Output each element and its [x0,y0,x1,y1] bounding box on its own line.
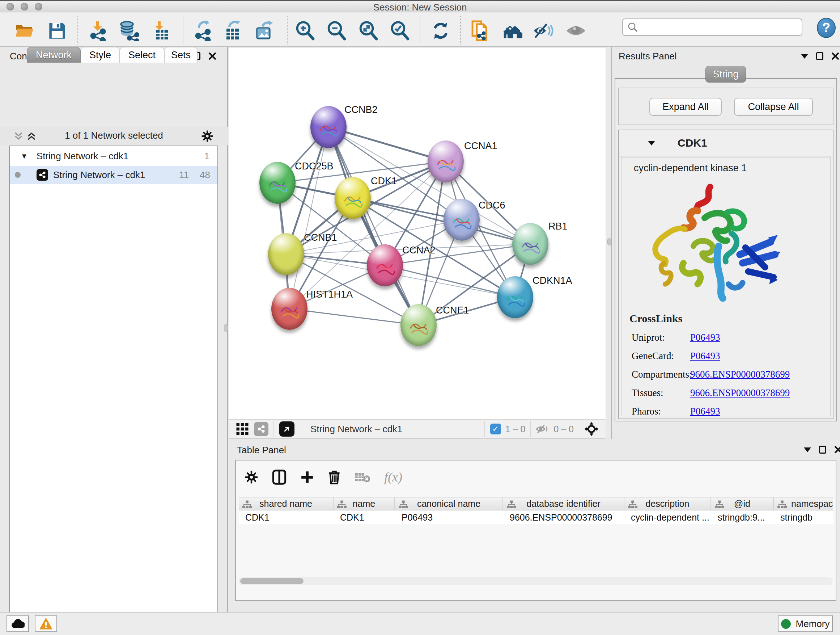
table-cell[interactable]: stringdb [774,510,833,524]
column-header[interactable]: database identifier [503,497,624,510]
table-cell[interactable]: CDK1 [239,510,333,524]
birdseye-crosshair-icon[interactable] [584,421,599,437]
warnings-button[interactable] [35,616,57,632]
export-table-button[interactable] [221,20,243,42]
memory-button[interactable]: Memory [778,616,833,632]
panel-menu-icon[interactable] [804,448,811,452]
crosslink-row: Tissues:9606.ENSP00000378699 [622,384,830,402]
tab-string[interactable]: String [706,66,746,82]
table-settings-gear-icon[interactable] [245,470,258,484]
export-network-button[interactable] [193,20,214,42]
column-header[interactable]: description [624,497,711,510]
panel-float-icon[interactable] [819,446,826,454]
network-node-CCNE1[interactable] [401,304,437,346]
column-header[interactable]: name [333,497,395,510]
table-cell[interactable]: CDK1 [333,510,395,524]
splitter-handle[interactable] [224,325,228,332]
tab-network[interactable]: Network [27,47,81,63]
section-collapse-icon[interactable] [648,141,655,146]
help-button[interactable]: ? [817,18,836,38]
crosslink-value[interactable]: P06493 [690,332,720,343]
network-view-icon[interactable] [254,422,268,436]
cloud-status-button[interactable] [6,616,29,632]
hide-selected-button[interactable] [532,20,554,42]
node-label: HIST1H1A [306,289,353,300]
home-button[interactable] [503,20,524,42]
network-node-CCNB2[interactable] [310,106,347,148]
zoom-out-button[interactable] [325,20,347,42]
add-column-icon[interactable] [300,470,314,484]
network-node-CDKN1A[interactable] [497,276,533,318]
selected-counts: 1 – 0 [505,424,526,434]
crosslink-value[interactable]: 9606.ENSP00000378699 [690,369,790,380]
network-row-selected[interactable]: String Network – cdk1 11 48 [10,166,218,184]
grid-view-icon[interactable] [236,423,249,435]
show-columns-icon[interactable] [272,469,286,485]
tab-sets[interactable]: Sets [164,47,197,63]
import-table-file-button[interactable] [150,20,172,42]
horizontal-scrollbar[interactable] [239,577,833,585]
network-node-HIST1H1A[interactable] [271,288,308,330]
crosslink-value[interactable]: P06493 [690,350,720,362]
scrollbar-thumb[interactable] [240,578,303,584]
zoom-out-icon [327,21,346,41]
network-node-CCNA1[interactable] [428,141,464,182]
table-row[interactable]: CDK1CDK1P064939606.ENSP00000378699cyclin… [239,510,833,524]
crosslink-value[interactable]: 9606.ENSP00000378699 [690,387,790,399]
network-collection-row[interactable]: ▼ String Network – cdk1 1 [10,146,218,166]
column-header[interactable]: @id [711,497,774,510]
detach-view-icon[interactable] [279,421,294,437]
gear-icon[interactable] [201,130,213,142]
tab-select[interactable]: Select [120,47,164,63]
open-session-button[interactable] [14,20,35,42]
node-label: CDKN1A [532,275,572,287]
protein-section-header[interactable]: CDK1 [619,130,833,157]
network-node-CDC6[interactable] [444,199,480,241]
zoom-selected-button[interactable] [389,20,411,42]
splitter-handle[interactable] [607,238,611,245]
show-all-button[interactable] [565,20,587,42]
collection-count: 1 [204,150,210,162]
column-header[interactable]: namespace [774,497,833,510]
column-header[interactable]: canonical name [395,497,503,510]
collection-expand-icon[interactable]: ▼ [21,152,28,160]
table-cell[interactable]: P06493 [395,510,503,524]
table-cell[interactable]: 9606.ENSP00000378699 [503,510,624,524]
import-network-file-button[interactable] [87,20,109,42]
node-label: CDC25B [295,161,333,172]
crosslink-value[interactable]: P06493 [690,406,720,417]
network-canvas[interactable]: CCNB2CCNA1CDC25BCDK1CDC6RB1CCNB1CCNA2CDK… [229,48,606,419]
panel-close-icon[interactable] [208,52,216,60]
zoom-fit-button[interactable] [357,20,379,42]
tab-style[interactable]: Style [81,47,120,63]
save-session-button[interactable] [46,20,68,42]
panel-float-icon[interactable] [816,52,823,60]
network-node-CDK1[interactable] [335,177,371,219]
crosslink-row: Pharos:P06493 [622,402,830,421]
search-input[interactable] [638,22,802,33]
import-network-database-button[interactable] [118,20,140,42]
protein-description: cyclin-dependent kinase 1 [622,157,830,174]
network-node-CCNA2[interactable] [367,244,403,287]
network-node-RB1[interactable] [512,223,548,265]
network-node-CDC25B[interactable] [259,162,295,204]
export-image-icon [254,21,274,41]
table-cell[interactable]: cyclin-dependent ... [624,510,711,524]
table-cell[interactable]: stringdb:9... [711,510,774,524]
zoom-in-button[interactable] [294,20,316,42]
collapse-all-button[interactable]: Collapse All [734,98,813,116]
selected-checkbox-icon[interactable]: ✓ [490,424,501,434]
search-field[interactable] [622,19,802,36]
expand-all-button[interactable]: Expand All [649,98,722,116]
panel-close-icon[interactable] [831,52,839,60]
duplicate-network-button[interactable] [470,20,492,42]
network-node-CCNB1[interactable] [268,233,304,275]
column-header[interactable]: shared name [239,497,333,510]
panel-menu-icon[interactable] [801,54,808,59]
apply-layout-button[interactable] [430,20,452,42]
status-separator [273,421,274,437]
export-image-button[interactable] [253,20,275,42]
panel-close-icon[interactable] [834,446,840,454]
node-label: CCNB2 [344,104,378,116]
delete-column-icon[interactable] [328,470,341,485]
